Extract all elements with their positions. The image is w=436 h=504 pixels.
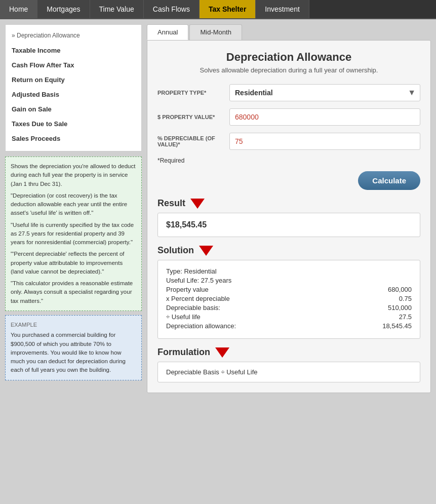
solution-row: Type: Residential — [166, 267, 412, 275]
solution-row: Useful Life: 27.5 years — [166, 277, 412, 284]
solution-row-value: 0.75 — [371, 295, 412, 302]
result-box: $18,545.45 — [157, 213, 420, 237]
sidebar: » Depreciation Allowance Taxable IncomeC… — [5, 24, 142, 393]
sidebar-item-adjusted-basis[interactable]: Adjusted Basis — [6, 87, 141, 102]
property-type-label: PROPERTY TYPE* — [157, 90, 223, 96]
content-panel: Depreciation Allowance Solves allowable … — [147, 40, 431, 393]
solution-row: x Percent depreciable0.75 — [166, 295, 412, 302]
solution-row-label: Property value — [166, 286, 209, 293]
example-text: You purchased a commercial building for … — [11, 331, 136, 374]
property-value-input[interactable] — [229, 108, 420, 126]
solution-row: ÷ Useful life27.5 — [166, 313, 412, 321]
required-note: *Required — [157, 157, 420, 164]
sidebar-item-sales-proceeds[interactable]: Sales Proceeds — [6, 131, 141, 146]
depreciable-input[interactable] — [229, 133, 420, 150]
nav-tab-time-value[interactable]: Time Value — [90, 0, 144, 18]
property-value-label: $ PROPERTY VALUE* — [157, 114, 223, 120]
solution-arrow-icon — [199, 246, 213, 256]
property-type-field: ResidentialNon-Residential ▼ — [229, 84, 420, 101]
solution-row-label: Useful Life: 27.5 years — [166, 277, 231, 284]
sidebar-item-return-on-equity[interactable]: Return on Equity — [6, 72, 141, 87]
result-section-title: Result — [157, 198, 420, 209]
nav-tab-mortgages[interactable]: Mortgages — [37, 0, 90, 18]
sidebar-menu: » Depreciation Allowance Taxable IncomeC… — [5, 24, 142, 151]
panel-subtitle: Solves allowable depreciation during a f… — [157, 66, 420, 74]
solution-row-value: 18,545.45 — [371, 322, 412, 330]
sub-tabs: AnnualMid-Month — [147, 24, 431, 40]
solution-row-label: Depreciable basis: — [166, 304, 220, 312]
solution-row-label: Depreciation allowance: — [166, 322, 236, 330]
solution-row: Depreciation allowance:18,545.45 — [166, 322, 412, 330]
green-info-paragraph: "'Percent depreciable' reflects the perc… — [11, 250, 136, 276]
green-info-paragraph: "Depreciation (or cost recovery) is the … — [11, 191, 136, 218]
panel-title: Depreciation Allowance — [157, 51, 420, 64]
nav-tab-tax-shelter[interactable]: Tax Shelter — [200, 0, 256, 18]
property-type-select-wrapper[interactable]: ResidentialNon-Residential ▼ — [229, 84, 420, 101]
green-info-paragraph: Shows the depreciation you're allowed to… — [11, 162, 136, 188]
result-arrow-icon — [190, 199, 205, 209]
property-value-field — [229, 108, 420, 126]
sidebar-item-taxable-income[interactable]: Taxable Income — [6, 43, 141, 58]
info-box-green: Shows the depreciation you're allowed to… — [5, 157, 142, 311]
sidebar-header: » Depreciation Allowance — [6, 30, 141, 43]
sidebar-item-gain-on-sale[interactable]: Gain on Sale — [6, 102, 141, 117]
solution-row-value: 27.5 — [371, 313, 412, 321]
calculate-button[interactable]: Calculate — [358, 171, 420, 190]
sidebar-item-cash-flow-after-tax[interactable]: Cash Flow After Tax — [6, 58, 141, 72]
green-info-paragraph: "This calculator provides a reasonable e… — [11, 279, 136, 305]
formulation-section-title: Formulation — [157, 347, 420, 358]
main-layout: » Depreciation Allowance Taxable IncomeC… — [0, 19, 436, 398]
sub-tab-annual[interactable]: Annual — [147, 24, 188, 40]
formula-text: Depreciable Basis ÷ Useful Life — [166, 368, 258, 376]
nav-tab-investment[interactable]: Investment — [256, 0, 309, 18]
nav-tab-home[interactable]: Home — [0, 0, 37, 18]
solution-row: Depreciable basis:510,000 — [166, 304, 412, 312]
nav-tab-cash-flows[interactable]: Cash Flows — [144, 0, 200, 18]
sub-tab-mid-month[interactable]: Mid-Month — [189, 24, 242, 40]
solution-box: Type: ResidentialUseful Life: 27.5 years… — [157, 260, 420, 339]
depreciable-field — [229, 133, 420, 150]
solution-row-label: Type: Residential — [166, 267, 217, 275]
solution-row-label: ÷ Useful life — [166, 313, 201, 321]
property-value-row: $ PROPERTY VALUE* — [157, 108, 420, 126]
formulation-box: Depreciable Basis ÷ Useful Life — [157, 362, 420, 382]
solution-row: Property value680,000 — [166, 286, 412, 293]
depreciable-row: % DEPRECIABLE (OF VALUE)* — [157, 133, 420, 150]
solution-row-label: x Percent depreciable — [166, 295, 230, 302]
info-box-blue: EXAMPLE You purchased a commercial build… — [5, 315, 142, 380]
green-info-paragraph: "Useful life is currently specified by t… — [11, 221, 136, 247]
property-type-row: PROPERTY TYPE* ResidentialNon-Residentia… — [157, 84, 420, 101]
sidebar-item-taxes-due-to-sale[interactable]: Taxes Due to Sale — [6, 117, 141, 131]
result-value: $18,545.45 — [166, 220, 207, 229]
formulation-arrow-icon — [215, 347, 229, 358]
solution-row-value: 680,000 — [371, 286, 412, 293]
solution-row-value: 510,000 — [371, 304, 412, 312]
top-navigation: HomeMortgagesTime ValueCash FlowsTax She… — [0, 0, 436, 19]
content-area: AnnualMid-Month Depreciation Allowance S… — [147, 24, 431, 393]
solution-section-title: Solution — [157, 245, 420, 256]
depreciable-label: % DEPRECIABLE (OF VALUE)* — [157, 135, 223, 147]
property-type-select[interactable]: ResidentialNon-Residential — [230, 85, 420, 101]
example-label: EXAMPLE — [11, 321, 136, 329]
